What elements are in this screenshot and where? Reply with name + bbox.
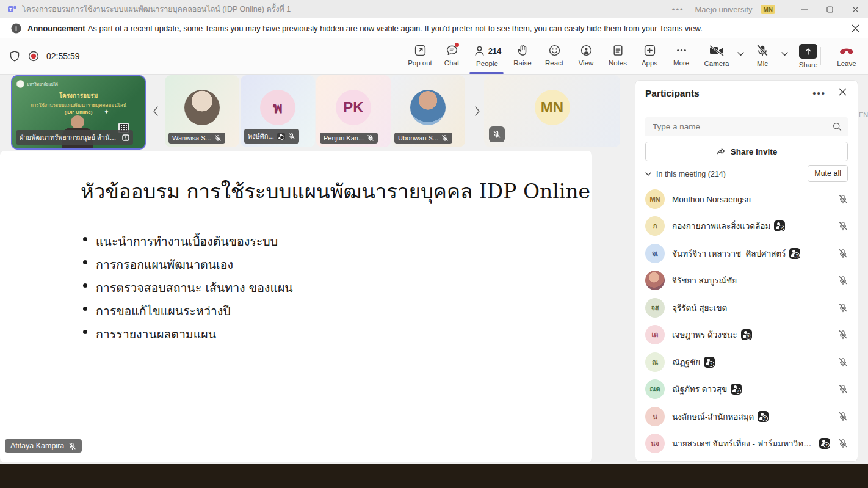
user-avatar[interactable]: MN xyxy=(761,5,775,14)
tile-name: Wanwisa S... xyxy=(172,134,211,142)
mic-button[interactable]: Mic xyxy=(747,38,778,74)
mic-muted-icon xyxy=(441,134,449,142)
shared-screen-stage: หัวข้ออบรม การใช้ระบบแผนพัฒนารายบุคคล ID… xyxy=(0,151,592,462)
participant-row[interactable]: ก กองกายภาพและสิ่งแวดล้อม ? xyxy=(635,213,858,239)
camera-button[interactable]: Camera xyxy=(700,38,734,74)
share-invite-icon xyxy=(716,147,726,156)
participant-row[interactable]: จส จุรีรัตน์ สุยะเขต xyxy=(635,294,858,321)
titlebar-overflow-icon[interactable]: ••• xyxy=(672,5,684,14)
participant-row[interactable]: ณด ณัฐภัทร ดาวสุข ? xyxy=(635,376,858,402)
raise-hand-button[interactable]: Raise xyxy=(507,38,538,74)
participant-mic-muted-icon[interactable] xyxy=(838,194,848,204)
people-active-indicator xyxy=(469,72,504,74)
mic-options-chevron-icon[interactable] xyxy=(778,38,791,56)
presenter-slide-text: โครงการอบรม การใช้งานระบบแผนพัฒนารายบุคค… xyxy=(12,91,145,115)
leave-button[interactable]: Leave xyxy=(829,38,864,74)
stage-presenter-label: Atitaya Kampira xyxy=(5,439,82,453)
participant-row-partial xyxy=(635,457,858,462)
video-tile-presenter[interactable]: มหาวิทยาลัยแม่โจ้ โครงการอบรม การใช้งานร… xyxy=(11,75,146,150)
share-icon xyxy=(799,44,817,59)
window-title: โครงการอบรมการใช้งานระบบแผนพัฒนารายบุคคล… xyxy=(22,3,291,15)
slide-bullet: การตรวจสอบสถานะ เส้นทาง ของแผน xyxy=(83,279,293,297)
in-this-meeting-section[interactable]: In this meeting (214) xyxy=(645,170,726,178)
avatar: น xyxy=(645,407,665,426)
mute-all-button[interactable]: Mute all xyxy=(808,165,848,182)
slide-bullet: การรายงานผลตามแผน xyxy=(83,325,216,344)
participant-mic-muted-icon[interactable] xyxy=(838,412,848,421)
chat-button[interactable]: Chat xyxy=(436,38,468,74)
unverified-user-icon: ? xyxy=(741,329,752,340)
toolbar-divider2 xyxy=(820,47,821,65)
people-button[interactable]: 214 People xyxy=(468,38,507,74)
participant-name: กองกายภาพและสิ่งแวดล้อม xyxy=(672,219,770,233)
participant-mic-muted-icon[interactable] xyxy=(838,249,848,258)
participant-mic-muted-icon[interactable] xyxy=(838,357,848,367)
video-tile-penjun[interactable]: PK Penjun Kan... xyxy=(316,75,391,147)
participant-row[interactable]: น นงลักษณ์-สำนักหอสมุด ? xyxy=(635,403,858,430)
more-button[interactable]: More xyxy=(665,38,697,74)
participant-name: จุรีรัตน์ สุยะเขต xyxy=(672,301,727,315)
avatar: จเ xyxy=(645,244,665,263)
search-icon[interactable] xyxy=(833,122,842,131)
maximize-button[interactable] xyxy=(817,0,842,18)
panel-more-icon[interactable]: ••• xyxy=(812,88,826,98)
more-dots-icon xyxy=(675,44,688,57)
participant-row[interactable]: เด เจษฎาพร ด้วงชนะ ? xyxy=(635,321,858,348)
security-shield-icon[interactable] xyxy=(9,50,21,62)
avatar-photo xyxy=(410,90,446,125)
avatar-photo xyxy=(184,90,220,125)
mic-muted-icon xyxy=(493,130,501,139)
participant-mic-muted-icon[interactable] xyxy=(838,303,848,313)
apps-button[interactable]: Apps xyxy=(634,38,665,74)
window-titlebar: T โครงการอบรมการใช้งานระบบแผนพัฒนารายบุค… xyxy=(0,0,868,18)
participant-mic-muted-icon[interactable] xyxy=(838,330,848,340)
panel-close-icon[interactable] xyxy=(839,88,847,96)
notes-icon xyxy=(612,44,624,57)
avatar-initials: MN xyxy=(535,90,570,125)
video-tile-self[interactable]: MN xyxy=(484,75,620,147)
participant-row[interactable]: นจ นายสรเดช จันทร์เที่ยง - ฟาร์มมหาวิทยา… xyxy=(635,430,858,457)
participant-row[interactable]: ณ ณัฏฐชัย ? xyxy=(635,349,858,376)
react-button[interactable]: React xyxy=(538,38,570,74)
meeting-toolbar: 02:55:59 Pop out Chat 214 People Raise R… xyxy=(0,38,868,75)
participant-mic-muted-icon[interactable] xyxy=(838,221,848,231)
slide-bullet: การกรอกแผนพัฒนาตนเอง xyxy=(83,255,233,274)
camera-options-chevron-icon[interactable] xyxy=(734,38,747,56)
sparkle-decoration: ✦ xyxy=(104,108,109,116)
popout-icon xyxy=(414,44,427,57)
video-tile-wanwisa[interactable]: Wanwisa S... xyxy=(165,75,239,147)
search-input[interactable] xyxy=(645,122,833,131)
mic-muted-icon xyxy=(288,133,295,140)
meeting-timer: 02:55:59 xyxy=(46,51,80,61)
filmstrip-next-icon[interactable] xyxy=(471,103,484,120)
avatar: จส xyxy=(645,298,665,318)
participant-row[interactable]: จิรัชยา สมบูรณ์ชัย xyxy=(635,267,858,294)
presenter-name-label: ฝ่ายพัฒนาทรัพยากรมนุษย์ สำนัก... xyxy=(16,130,133,145)
participant-row[interactable]: MN Monthon Norsaengsri xyxy=(635,186,858,213)
participant-mic-muted-icon[interactable] xyxy=(838,275,848,285)
section-chevron-icon xyxy=(645,172,651,176)
video-tile-pongsak[interactable]: พ พงษ์ศัก... xyxy=(241,75,315,147)
participant-name: จันทร์จิรา เหลาราช_ศิลปศาสตร์ xyxy=(672,247,786,260)
close-window-button[interactable] xyxy=(842,0,868,18)
notes-button[interactable]: Notes xyxy=(602,38,634,74)
unverified-user-icon: ? xyxy=(731,384,742,395)
announcement-text: AnnouncementAs part of a recent update, … xyxy=(27,24,703,33)
minimize-button[interactable] xyxy=(791,0,817,18)
share-invite-button[interactable]: Share invite xyxy=(645,142,848,161)
filmstrip-prev-icon[interactable] xyxy=(149,103,162,120)
presenter-person xyxy=(71,115,84,129)
avatar-initials: พ xyxy=(260,90,295,125)
participant-mic-muted-icon[interactable] xyxy=(838,384,848,394)
view-button[interactable]: View xyxy=(570,38,602,74)
university-name: มหาวิทยาลัยแม่โจ้ xyxy=(27,81,58,87)
unverified-user-icon: ? xyxy=(704,357,715,368)
participant-mic-muted-icon[interactable] xyxy=(838,439,848,448)
slide-bullet: แนะนำการทำงานเบื้องต้นของระบบ xyxy=(83,232,278,251)
popout-button[interactable]: Pop out xyxy=(404,38,436,74)
participant-row[interactable]: จเ จันทร์จิรา เหลาราช_ศิลปศาสตร์ ? xyxy=(635,240,858,267)
video-tile-ubonwan[interactable]: Ubonwan S... xyxy=(391,75,465,147)
participant-search[interactable] xyxy=(645,117,848,136)
announcement-close-icon[interactable] xyxy=(852,24,859,32)
avatar xyxy=(645,461,665,462)
